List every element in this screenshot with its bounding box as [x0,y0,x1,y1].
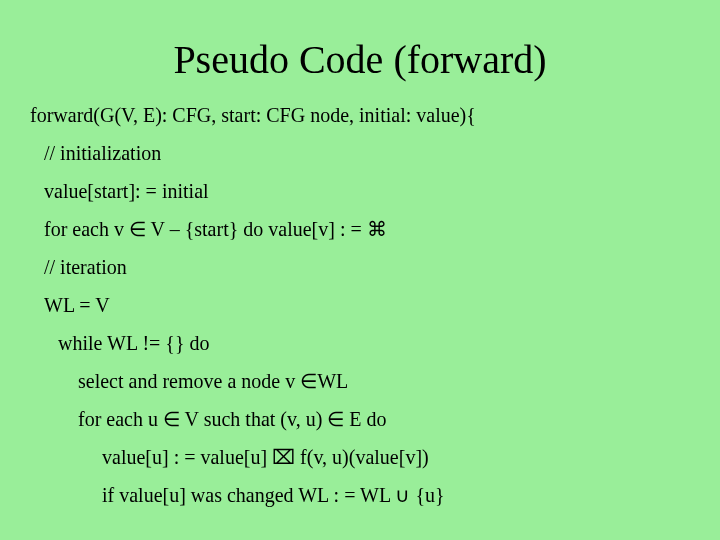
code-line: for each v ∈ V – {start} do value[v] : =… [30,219,690,239]
code-line: value[start]: = initial [30,181,690,201]
code-line: select and remove a node v ∈WL [30,371,690,391]
code-line: for each u ∈ V such that (v, u) ∈ E do [30,409,690,429]
code-line: // iteration [30,257,690,277]
code-line: value[u] : = value[u] ⌧ f(v, u)(value[v]… [30,447,690,467]
code-line: // initialization [30,143,690,163]
code-line: forward(G(V, E): CFG, start: CFG node, i… [30,105,690,125]
code-line: if value[u] was changed WL : = WL ∪ {u} [30,485,690,505]
code-line: WL = V [30,295,690,315]
slide: Pseudo Code (forward) forward(G(V, E): C… [0,0,720,540]
slide-title: Pseudo Code (forward) [30,36,690,83]
code-line: while WL != {} do [30,333,690,353]
